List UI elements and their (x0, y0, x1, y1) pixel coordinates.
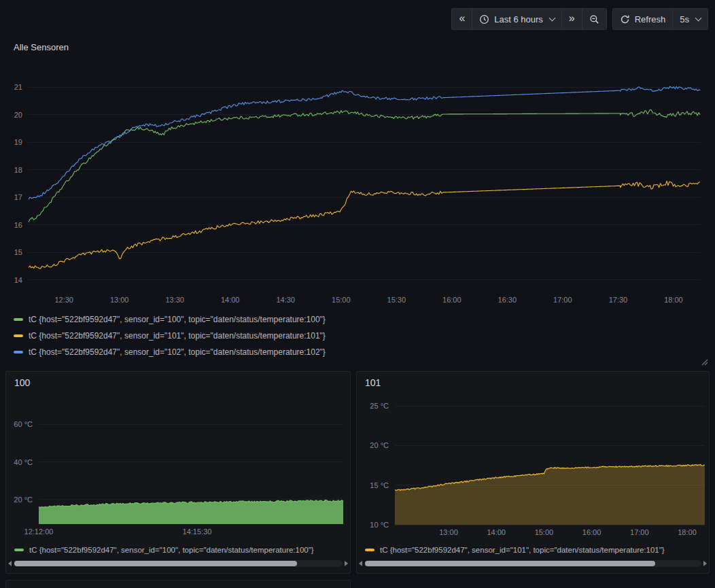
series-color-dash (14, 318, 23, 321)
legend-item-sensor-101[interactable]: tC {host="522bf9592d47", sensor_id="101"… (14, 329, 326, 343)
panel-title[interactable]: 100 (14, 377, 30, 388)
scroll-right-arrow-icon[interactable] (703, 561, 707, 566)
svg-text:13:30: 13:30 (165, 296, 184, 304)
legend-label: tC {host="522bf9592d47", sensor_id="101"… (380, 546, 665, 554)
svg-text:18:00: 18:00 (664, 296, 683, 304)
svg-text:16:00: 16:00 (442, 296, 461, 304)
svg-text:60 °C: 60 °C (14, 420, 33, 428)
legend-item-sensor-102[interactable]: tC {host="522bf9592d47", sensor_id="102"… (14, 345, 326, 359)
zoom-out-button[interactable] (582, 8, 607, 30)
panel-title[interactable]: Alle Sensoren (14, 42, 69, 52)
svg-text:16: 16 (14, 221, 22, 229)
svg-text:17:30: 17:30 (609, 296, 628, 304)
scrollbar-track[interactable] (364, 560, 701, 567)
zoom-out-icon (589, 14, 599, 24)
series-color-dash (14, 334, 23, 337)
double-chevron-right-icon: » (569, 13, 575, 24)
legend-label: tC {host="522bf9592d47", sensor_id="100"… (29, 315, 326, 324)
svg-text:25 °C: 25 °C (370, 402, 389, 410)
horizontal-scrollbar[interactable] (359, 559, 707, 568)
scrollbar-thumb[interactable] (14, 561, 297, 566)
svg-text:13:00: 13:00 (439, 528, 458, 536)
scroll-right-arrow-icon[interactable] (345, 561, 348, 566)
panel-100: 100 20 °C40 °C60 °C12:12:0014:15:30 tC {… (5, 371, 351, 574)
svg-text:15: 15 (14, 248, 22, 256)
panel-101: 101 10 °C15 °C20 °C25 °C13:0014:0015:001… (356, 371, 710, 574)
panel-title[interactable]: 101 (365, 377, 381, 388)
time-shift-forward-button[interactable]: » (561, 8, 582, 30)
time-range-label: Last 6 hours (494, 14, 543, 24)
double-chevron-left-icon: « (459, 13, 465, 24)
series-color-dash (14, 549, 24, 551)
chevron-down-icon (695, 14, 702, 21)
clock-icon (479, 14, 489, 24)
svg-text:20 °C: 20 °C (14, 496, 33, 504)
svg-text:13:00: 13:00 (110, 296, 129, 304)
grafana-dashboard: { "toolbar": { "back_label": "«", "forwa… (0, 0, 715, 588)
legend-label: tC {host="522bf9592d47", sensor_id="100"… (29, 546, 314, 554)
legend-label: tC {host="522bf9592d47", sensor_id="101"… (29, 331, 326, 341)
refresh-button[interactable]: Refresh (612, 8, 674, 30)
scrollbar-track[interactable] (14, 560, 343, 567)
time-toolbar: « Last 6 hours » Refresh 5s (451, 8, 708, 30)
series-color-dash (14, 351, 23, 353)
legend-item-sensor-100[interactable]: tC {host="522bf9592d47", sensor_id="100"… (14, 313, 326, 326)
scroll-left-arrow-icon[interactable] (8, 561, 12, 566)
panel-102: 102 (5, 580, 351, 588)
legend: tC {host="522bf9592d47", sensor_id="100"… (14, 313, 326, 359)
svg-text:15 °C: 15 °C (370, 481, 389, 489)
refresh-interval-label: 5s (680, 14, 689, 24)
sensor-100-area-chart[interactable]: 20 °C40 °C60 °C12:12:0014:15:30 (6, 395, 350, 542)
scroll-left-arrow-icon[interactable] (359, 561, 362, 566)
svg-text:17:00: 17:00 (553, 296, 572, 304)
series-color-dash (365, 549, 374, 551)
svg-text:20 °C: 20 °C (370, 441, 389, 449)
svg-text:10 °C: 10 °C (370, 521, 389, 529)
svg-text:15:00: 15:00 (332, 296, 351, 304)
refresh-label: Refresh (635, 14, 666, 24)
svg-text:17: 17 (14, 193, 22, 201)
svg-text:14: 14 (14, 276, 22, 284)
svg-text:12:12:00: 12:12:00 (24, 528, 54, 536)
legend-item-sensor-100[interactable]: tC {host="522bf9592d47", sensor_id="100"… (14, 543, 346, 557)
svg-text:40 °C: 40 °C (14, 458, 33, 466)
svg-text:18:00: 18:00 (678, 528, 697, 536)
svg-text:14:00: 14:00 (487, 528, 506, 536)
legend-label: tC {host="522bf9592d47", sensor_id="102"… (29, 347, 326, 357)
svg-text:19: 19 (14, 138, 22, 146)
refresh-icon (620, 14, 630, 24)
time-range-picker[interactable]: Last 6 hours (472, 8, 562, 30)
svg-text:14:00: 14:00 (221, 296, 240, 304)
svg-text:14:15:30: 14:15:30 (183, 528, 212, 536)
time-range-controls: « Last 6 hours » (451, 8, 606, 30)
svg-text:20: 20 (14, 111, 22, 119)
svg-text:12:30: 12:30 (54, 296, 73, 304)
svg-text:21: 21 (14, 83, 22, 91)
chevron-down-icon (548, 14, 555, 21)
refresh-interval-dropdown[interactable]: 5s (672, 8, 708, 30)
refresh-controls: Refresh 5s (612, 8, 708, 30)
alle-sensoren-timeseries-chart[interactable]: 141516171819202112:3013:0013:3014:0014:3… (5, 63, 710, 310)
legend-item-sensor-101[interactable]: tC {host="522bf9592d47", sensor_id="101"… (365, 543, 705, 557)
horizontal-scrollbar[interactable] (8, 559, 348, 568)
svg-text:17:00: 17:00 (630, 528, 649, 536)
scrollbar-thumb[interactable] (365, 561, 655, 566)
sensor-101-area-chart[interactable]: 10 °C15 °C20 °C25 °C13:0014:0015:0016:00… (357, 395, 709, 542)
time-shift-back-button[interactable]: « (451, 8, 472, 30)
panel-alle-sensoren: Alle Sensoren 141516171819202112:3013:00… (5, 38, 710, 366)
svg-text:16:30: 16:30 (498, 296, 517, 304)
panel-resize-handle[interactable] (700, 356, 708, 364)
svg-text:18: 18 (14, 166, 22, 174)
svg-text:15:00: 15:00 (535, 528, 554, 536)
svg-text:14:30: 14:30 (276, 296, 295, 304)
svg-text:15:30: 15:30 (387, 296, 406, 304)
svg-text:16:00: 16:00 (582, 528, 601, 536)
